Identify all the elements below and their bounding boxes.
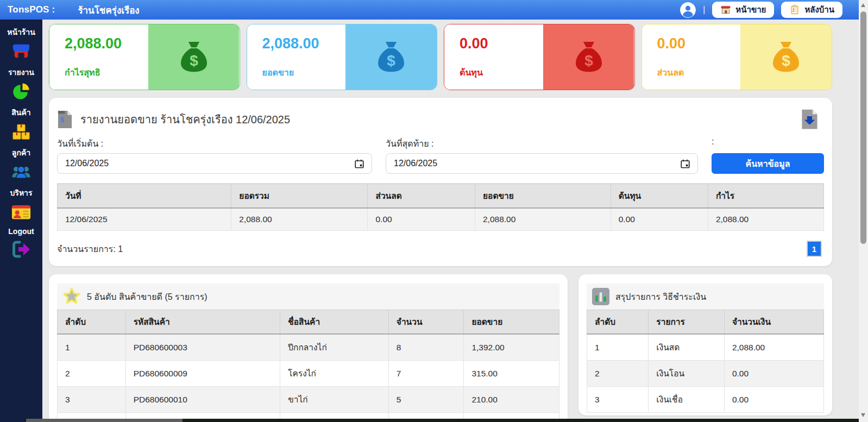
report-document-icon: $ — [57, 110, 73, 129]
svg-text:$: $ — [584, 52, 593, 69]
vertical-scrollbar[interactable] — [859, 0, 868, 422]
table-row: 3 PD680600010 ขาไก่ 5 210.00 — [58, 387, 559, 413]
sidebar-item-admin[interactable]: บริหาร — [10, 187, 32, 222]
start-date-input[interactable]: 12/06/2025 — [57, 153, 372, 174]
money-bag-icon: $ — [572, 40, 606, 74]
report-title: รายงานยอดขาย ร้านโชครุ่งเรือง 12/06/2025 — [80, 111, 290, 128]
sidebar-item-reports[interactable]: รายงาน — [8, 66, 34, 101]
table-header-row: ลำดับ รายการ จำนวนเงิน — [587, 310, 824, 335]
discount-label: ส่วนลด — [657, 66, 741, 79]
sales-value: 2,088.00 — [262, 35, 346, 52]
people-icon — [11, 163, 31, 181]
star-icon — [62, 287, 81, 306]
bar-chart-icon — [592, 288, 609, 305]
table-header-row: วันที่ ยอดรวม ส่วนลด ยอดขาย ต้นทุน กำไร — [58, 184, 824, 209]
stat-card-net-profit: 2,088.00 กำไรสุทธิ $ — [49, 24, 240, 90]
download-report-icon[interactable] — [801, 109, 819, 130]
search-data-button[interactable]: ค้นหาข้อมูล — [712, 153, 824, 174]
table-header-row: ลำดับ รหัสสินค้า ชื่อสินค้า จำนวน ยอดขาย — [58, 310, 559, 335]
sidebar-nav: หน้าร้าน รายงาน สินค้า — [0, 20, 42, 422]
svg-text:$: $ — [387, 52, 395, 69]
boxes-icon — [11, 123, 31, 141]
payment-summary-header: สรุปรายการ วิธีชำระเงิน — [587, 284, 824, 310]
sidebar-item-customers[interactable]: ลูกค้า — [11, 147, 31, 181]
payment-summary-table: ลำดับ รายการ จำนวนเงิน 1 เงินสด 2,088.00… — [587, 310, 824, 413]
top-header: TonsPOS : ร้านโชครุ่งเรือง | หน้าขาย — [0, 0, 859, 20]
calendar-icon[interactable] — [681, 159, 690, 168]
stat-card-cost: 0.00 ต้นทุน $ — [444, 24, 635, 90]
sidebar-item-logout[interactable]: Logout — [8, 227, 34, 259]
money-bag-icon: $ — [177, 40, 211, 74]
end-date-label: วันที่สุดท้าย : — [386, 137, 698, 148]
sale-page-button[interactable]: หน้าขาย — [712, 2, 774, 18]
taskbar-edge-strip — [24, 419, 868, 422]
record-count: จำนวนรายการ: 1 — [57, 242, 123, 256]
start-date-label: วันที่เริ่มต้น : — [57, 137, 372, 148]
table-row: 1 PD680600003 ปีกกลางไก่ 8 1,392.00 — [58, 334, 559, 361]
scroll-up-arrow-icon[interactable] — [861, 3, 865, 7]
table-row: 3 เงินเชื่อ 0.00 — [587, 387, 824, 413]
id-card-icon — [11, 203, 31, 222]
user-avatar-icon[interactable] — [680, 2, 696, 18]
payment-summary-title: สรุปรายการ วิธีชำระเงิน — [615, 290, 706, 304]
stat-card-sales: 2,088.00 ยอดขาย $ — [247, 24, 438, 90]
app-brand: TonsPOS : — [8, 4, 55, 15]
search-colon-label: : — [712, 137, 824, 148]
sidebar-item-products[interactable]: สินค้า — [11, 106, 31, 141]
table-row: 12/06/2025 2,088.00 0.00 2,088.00 0.00 2… — [58, 208, 824, 231]
storefront-icon — [11, 42, 31, 61]
net-profit-label: กำไรสุทธิ — [65, 66, 148, 79]
svg-text:$: $ — [190, 52, 198, 69]
sales-report-table: วันที่ ยอดรวม ส่วนลด ยอดขาย ต้นทุน กำไร … — [57, 184, 824, 231]
top-products-title: 5 อันดับ สินค้าขายดี (5 รายการ) — [87, 290, 207, 304]
table-row: 2 PD680600009 โครงไก่ 7 315.00 — [58, 361, 559, 387]
top-products-header: 5 อันดับ สินค้าขายดี (5 รายการ) — [57, 284, 559, 310]
sidebar-item-storefront[interactable]: หน้าร้าน — [7, 26, 35, 61]
stat-card-discount: 0.00 ส่วนลด $ — [641, 24, 833, 90]
backoffice-button[interactable]: หลังบ้าน — [781, 2, 842, 18]
net-profit-value: 2,088.00 — [65, 35, 148, 52]
money-bag-icon: $ — [374, 40, 408, 74]
cost-label: ต้นทุน — [460, 66, 543, 79]
table-row: 2 เงินโอน 0.00 — [587, 361, 824, 387]
top-products-panel: 5 อันดับ สินค้าขายดี (5 รายการ) ลำดับ รห… — [49, 274, 568, 422]
end-date-input[interactable]: 12/06/2025 — [386, 153, 698, 174]
money-bag-icon: $ — [769, 40, 803, 74]
svg-text:$: $ — [782, 52, 790, 69]
scrollbar-thumb[interactable] — [860, 11, 866, 244]
shop-name: ร้านโชครุ่งเรือง — [78, 3, 139, 17]
table-row: 1 เงินสด 2,088.00 — [587, 334, 824, 361]
clipboard-icon — [789, 4, 800, 15]
header-actions: | หน้าขาย หลังบ้าน — [680, 2, 842, 18]
storefront-icon — [720, 4, 731, 15]
cost-value: 0.00 — [460, 35, 543, 52]
svg-text:$: $ — [60, 116, 64, 124]
calendar-icon[interactable] — [355, 159, 364, 168]
discount-value: 0.00 — [657, 35, 741, 52]
sales-label: ยอดขาย — [262, 66, 346, 79]
pagination-page-1[interactable]: 1 — [808, 242, 821, 256]
stat-cards-row: 2,088.00 กำไรสุทธิ $ 2,088.00 ยอดขาย $ 0… — [49, 24, 832, 90]
header-divider: | — [703, 4, 705, 15]
payment-summary-panel: สรุปรายการ วิธีชำระเงิน ลำดับ รายการ จำน… — [578, 274, 832, 415]
top-products-table: ลำดับ รหัสสินค้า ชื่อสินค้า จำนวน ยอดขาย… — [57, 310, 559, 422]
pie-chart-icon — [11, 83, 31, 101]
exit-icon — [11, 240, 31, 259]
scroll-down-arrow-icon[interactable] — [861, 413, 865, 417]
sales-report-card: $ รายงานยอดขาย ร้านโชครุ่งเรือง 12/06/20… — [49, 98, 832, 266]
